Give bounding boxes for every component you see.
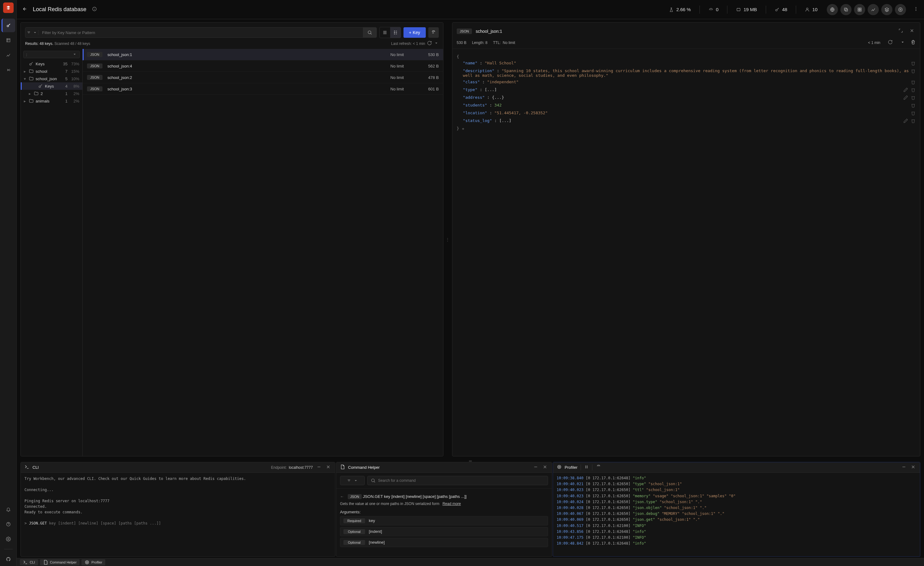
profiler-row: 10:09:40.023 [0 172.17.0.1:62650] "ttl" … [557,487,916,493]
tree-item[interactable]: Keys3573% [21,60,82,68]
cli-minimize-icon[interactable] [316,464,322,471]
profiler-clear-icon[interactable] [596,464,602,471]
profiler-panel: Profiler 10:09:38.840 [0 172.17.0.1:6264… [553,462,920,557]
delete-field-icon[interactable] [910,111,916,116]
delete-key-icon[interactable] [910,40,916,45]
horizontal-splitter[interactable]: ═ [17,459,924,462]
nav-analysis-icon[interactable] [2,48,15,62]
filter-input[interactable] [38,30,363,35]
refresh-icon[interactable] [427,41,432,47]
cli-close-icon[interactable] [325,464,332,471]
key-row[interactable]: JSON school_json:3 No limit 601 B [82,83,443,95]
key-row[interactable]: JSON school_json:2 No limit 478 B [82,72,443,83]
action-layers-icon[interactable] [881,4,892,15]
more-icon[interactable] [914,6,918,12]
svg-point-21 [557,465,561,469]
add-field-icon[interactable]: ＋ [461,126,465,132]
action-cloud-icon[interactable] [827,4,838,15]
edit-field-icon[interactable] [903,118,908,124]
delete-field-icon[interactable] [910,103,916,109]
delete-field-icon[interactable] [910,118,916,124]
profiler-minimize-icon[interactable] [901,464,907,471]
detail-length: Length: 8 [472,41,488,45]
helper-search-input[interactable] [378,478,544,483]
bottom-bar: CLI Command Helper Profiler [17,558,924,566]
helper-minimize-icon[interactable] [532,464,539,471]
detail-ttl: TTL: No limit [493,41,515,45]
key-detail-panel: JSON school_json:1 530 B Length: 8 TTL: … [452,22,920,456]
chip-helper[interactable]: Command Helper [40,559,80,565]
delete-field-icon[interactable] [910,95,916,101]
delete-field-icon[interactable] [910,87,916,93]
view-list-toggle[interactable] [380,27,390,38]
nav-github-icon[interactable] [2,552,15,566]
helper-filter-dropdown[interactable] [340,476,365,485]
profiler-row: 10:09:40.067 [0 172.17.0.1:62650] "json.… [557,511,916,517]
key-browser-panel: + Key Results: 48 keys. Scanned 48 / 48 … [20,22,443,456]
refresh-dropdown-icon[interactable] [434,41,439,47]
bulk-actions-button[interactable] [428,27,439,38]
helper-cmd-name: JSON.GET key [indent] [newline] [space] … [363,494,466,499]
vertical-splitter[interactable]: ⋮ [447,22,449,456]
svg-rect-9 [845,9,848,11]
tree-item[interactable]: ▸212% [21,90,82,97]
tree-item[interactable]: Keys48% [21,83,82,90]
key-row[interactable]: JSON school_json:1 No limit 530 B [82,49,443,60]
profiler-row: 10:09:38.840 [0 172.17.0.1:62648] "info" [557,475,916,481]
key-size: 530 B [420,53,439,57]
filter-input-wrap [25,27,377,38]
svg-rect-24 [587,465,587,468]
info-icon[interactable] [92,6,97,12]
helper-close-icon[interactable] [542,464,548,471]
chip-profiler[interactable]: Profiler [81,559,105,565]
profiler-close-icon[interactable] [910,464,916,471]
action-copy-icon[interactable] [840,4,852,15]
nav-notifications-icon[interactable] [2,503,15,516]
key-ttl: No limit [390,75,415,80]
close-detail-icon[interactable] [908,27,916,35]
nav-settings-icon[interactable] [2,532,15,546]
detail-refresh-icon[interactable] [888,40,893,45]
nav-pubsub-icon[interactable] [2,63,15,77]
view-tree-toggle[interactable] [390,27,401,38]
chip-cli[interactable]: CLI [20,559,38,565]
tree-item[interactable]: ▾school_json510% [21,75,82,83]
cli-body[interactable]: Try Workbench, our advanced CLI. Check o… [21,473,335,556]
delete-field-icon[interactable] [910,80,916,86]
cli-line [24,482,332,487]
arg-row: Optional[newline] [340,538,548,547]
add-key-button[interactable]: + Key [404,27,426,38]
last-refresh-label: Last refresh: < 1 min [391,42,425,46]
nav-help-icon[interactable] [2,517,15,531]
profiler-row: 10:09:47.175 [0 172.17.0.1:62100] "INFO" [557,535,916,540]
tree-item[interactable]: ▸school715% [21,68,82,75]
detail-refresh-dropdown-icon[interactable] [900,40,905,45]
helper-cmd-badge: JSON [348,494,362,499]
profiler-pause-icon[interactable] [580,464,592,470]
action-chart-icon[interactable] [868,4,879,15]
fullscreen-icon[interactable] [897,27,904,35]
tree-item[interactable]: ▸animals12% [21,97,82,105]
nav-keys-icon[interactable] [2,19,15,32]
json-line: { [457,53,916,60]
app-logo[interactable] [3,3,14,13]
edit-field-icon[interactable] [903,95,908,101]
filter-type-dropdown[interactable] [26,30,38,35]
stat-clients: 10 [805,7,818,12]
key-row[interactable]: JSON school_json:4 No limit 562 B [82,60,443,72]
search-button[interactable] [363,27,376,38]
cli-title: CLI [33,465,39,470]
action-grid-icon[interactable] [854,4,865,15]
delete-field-icon[interactable] [910,68,916,74]
cli-prompt-line[interactable]: > JSON.GET key [indent] [newline] [space… [24,521,332,526]
helper-title: Command Helper [348,465,380,470]
edit-field-icon[interactable] [903,87,908,93]
tree-ns-filter[interactable]: : [23,51,80,58]
helper-back-icon[interactable]: ← [340,494,344,499]
action-settings-icon[interactable] [895,4,906,15]
delete-field-icon[interactable] [910,61,916,66]
helper-read-more[interactable]: Read more [442,501,461,506]
back-icon[interactable] [22,6,27,12]
svg-point-13 [898,8,902,12]
nav-workbench-icon[interactable] [2,33,15,47]
